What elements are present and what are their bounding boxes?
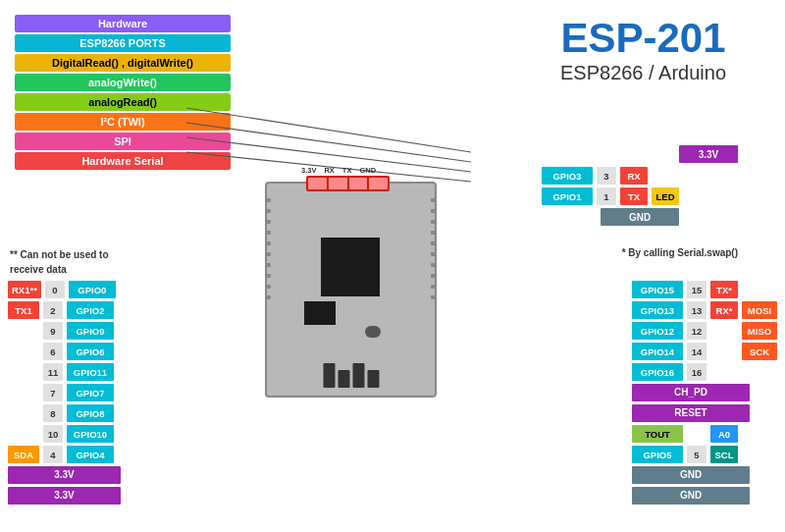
pin-9-row: 9 GPIO9 xyxy=(8,321,121,341)
pin-tx1-label: TX1 xyxy=(8,301,39,319)
pin-3v3-left-2: 3.3V xyxy=(8,486,121,505)
pin-gpio13: GPIO13 xyxy=(632,301,683,319)
pin-num-3: 3 xyxy=(597,167,616,185)
pin-reset-row: RESET xyxy=(632,403,777,423)
note-right: * By calling Serial.swap() xyxy=(622,247,738,258)
pin-num-8: 8 xyxy=(43,404,63,422)
pin-num-1: 1 xyxy=(597,187,616,205)
pin-num-12: 12 xyxy=(687,322,706,340)
legend-digital: DigitalRead() , digitalWrite() xyxy=(15,54,231,72)
pin-num-15: 15 xyxy=(687,281,706,298)
pin-gpio12-row: GPIO12 12 MISO xyxy=(632,321,777,341)
pin-gpio14: GPIO14 xyxy=(632,343,683,360)
antenna xyxy=(323,363,379,388)
connector-labels: 3.3VRXTXGND xyxy=(301,166,376,175)
legend-analog-write: analogWrite() xyxy=(15,74,231,91)
pin-sck: SCK xyxy=(742,343,777,360)
pin-gnd-right-2: GND xyxy=(632,486,777,505)
main-container: ESP-201 ESP8266 / Arduino Hardware ESP82… xyxy=(0,0,785,532)
pin-num-9: 9 xyxy=(43,322,63,340)
pin-num-13: 13 xyxy=(687,301,706,319)
pin-tout: TOUT xyxy=(632,425,683,443)
pin-reset: RESET xyxy=(632,404,750,422)
pin-10-row: 10 GPIO10 xyxy=(8,424,121,444)
pin-num-4: 4 xyxy=(43,446,63,463)
pin-rx1-label: RX1** xyxy=(8,281,41,298)
title-area: ESP-201 ESP8266 / Arduino xyxy=(560,15,726,84)
pin-gpio15: GPIO15 xyxy=(632,281,683,298)
pin-gpio14-row: GPIO14 14 SCK xyxy=(632,342,777,361)
right-pin-section: GPIO15 15 TX* GPIO13 13 RX* MOSI GPIO12 … xyxy=(632,280,777,506)
pin-tx1-row: TX1 2 GPIO2 xyxy=(8,300,121,320)
pin-gpio6: GPIO6 xyxy=(67,343,114,360)
pin-num-10: 10 xyxy=(43,425,63,443)
pin-gpio10: GPIO10 xyxy=(67,425,114,443)
pin-3v3-bar-1: 3.3V xyxy=(8,466,121,484)
pin-3v3-bar-2: 3.3V xyxy=(8,487,121,505)
pin-6-row: 6 GPIO6 xyxy=(8,342,121,361)
pin-3v3-top: 3.3V xyxy=(679,145,738,163)
pin-num-14: 14 xyxy=(687,343,706,360)
pin-gnd-bar-2: GND xyxy=(632,487,750,505)
red-connector xyxy=(306,176,390,191)
small-chip xyxy=(304,301,336,325)
sub-title: ESP8266 / Arduino xyxy=(560,62,726,84)
pin-num-0: 0 xyxy=(45,281,65,298)
pin-rx1-row: RX1** 0 GPIO0 xyxy=(8,280,121,299)
legend-esp-ports: ESP8266 PORTS xyxy=(15,34,231,52)
board-drawing: 3.3VRXTXGND xyxy=(255,172,446,407)
pin-gpio8: GPIO8 xyxy=(67,404,114,422)
top-right-pins: 3.3V GPIO3 3 RX GPIO1 1 TX LED GND xyxy=(542,145,738,227)
component-circle xyxy=(365,326,381,338)
left-pin-holes xyxy=(265,198,271,299)
note-left: ** Can not be used toreceive data xyxy=(10,247,109,277)
pin-gpio7: GPIO7 xyxy=(67,384,114,401)
pin-gpio11: GPIO11 xyxy=(67,363,114,381)
pin-chpd-row: CH_PD xyxy=(632,383,777,402)
pin-gnd-right-1: GND xyxy=(632,465,777,485)
pin-7-row: 7 GPIO7 xyxy=(8,383,121,402)
pin-a0: A0 xyxy=(710,425,738,443)
pin-led: LED xyxy=(652,187,679,205)
pin-gpio16-row: GPIO16 16 xyxy=(632,362,777,382)
svg-line-0 xyxy=(186,108,471,152)
pin-gnd-top: GND xyxy=(601,208,679,226)
pin-gpio5: GPIO5 xyxy=(632,446,683,463)
pin-sda-label: SDA xyxy=(8,446,39,463)
pin-num-6: 6 xyxy=(43,343,63,360)
pin-gpio16: GPIO16 xyxy=(632,363,683,381)
legend-hardware: Hardware xyxy=(15,15,231,32)
pin-miso: MISO xyxy=(742,322,777,340)
pin-num-2: 2 xyxy=(43,301,63,319)
pin-num-11: 11 xyxy=(43,363,63,381)
pin-gpio1-row: GPIO1 1 TX LED xyxy=(542,186,738,206)
pin-gpio9: GPIO9 xyxy=(67,322,114,340)
pin-sda-row: SDA 4 GPIO4 xyxy=(8,445,121,464)
pin-gpio0: GPIO0 xyxy=(69,281,116,298)
pin-tout-row: TOUT A0 xyxy=(632,424,777,444)
pin-gpio5-row: GPIO5 5 SCL xyxy=(632,445,777,464)
pin-mosi: MOSI xyxy=(742,301,777,319)
pin-3v3-left-1: 3.3V xyxy=(8,465,121,485)
pin-tx-star: TX* xyxy=(710,281,738,298)
pin-rx-star: RX* xyxy=(710,301,738,319)
pin-gpio12: GPIO12 xyxy=(632,322,683,340)
pin-gpio2: GPIO2 xyxy=(67,301,114,319)
pin-rx: RX xyxy=(620,167,648,185)
pin-gpio4: GPIO4 xyxy=(67,446,114,463)
pin-gpio1: GPIO1 xyxy=(542,187,593,205)
board-body: 3.3VRXTXGND xyxy=(265,182,437,398)
pin-tx: TX xyxy=(620,187,648,205)
main-title: ESP-201 xyxy=(560,15,726,62)
pin-gpio3-row: GPIO3 3 RX xyxy=(542,166,738,186)
pin-gnd-bar-1: GND xyxy=(632,466,750,484)
pin-8-row: 8 GPIO8 xyxy=(8,403,121,423)
right-pin-holes xyxy=(431,198,437,299)
pin-num-16: 16 xyxy=(687,363,706,381)
pin-num-7: 7 xyxy=(43,384,63,401)
left-pin-section: RX1** 0 GPIO0 TX1 2 GPIO2 9 GPIO9 6 xyxy=(8,280,121,506)
pin-num-5: 5 xyxy=(687,446,706,463)
pin-gpio15-row: GPIO15 15 TX* xyxy=(632,280,777,299)
pin-scl: SCL xyxy=(710,446,738,463)
pin-gpio3: GPIO3 xyxy=(542,167,593,185)
